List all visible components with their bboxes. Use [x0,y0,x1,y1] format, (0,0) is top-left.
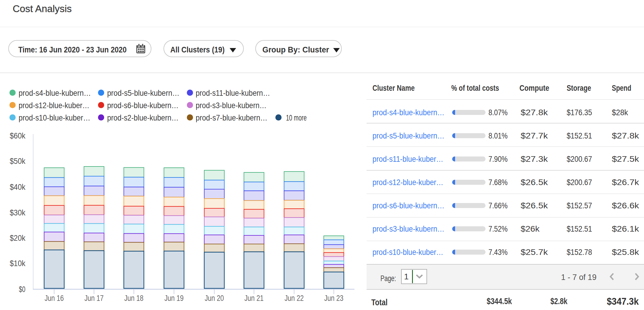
svg-text:$50k: $50k [10,156,26,166]
svg-text:Jun 23: Jun 23 [324,293,344,303]
svg-text:Jun 17: Jun 17 [84,293,104,303]
svg-text:Jun 18: Jun 18 [124,293,143,303]
svg-text:$60k: $60k [10,131,26,140]
svg-text:$0: $0 [19,285,25,294]
svg-text:Jun 16: Jun 16 [45,293,64,303]
svg-text:Jun 20: Jun 20 [205,293,224,303]
svg-text:$20k: $20k [10,233,26,243]
svg-text:$40k: $40k [10,182,26,192]
svg-text:$30k: $30k [10,208,26,217]
svg-text:Jun 22: Jun 22 [285,293,304,303]
svg-text:$10k: $10k [10,259,26,268]
svg-text:Jun 19: Jun 19 [164,293,184,303]
svg-text:Jun 21: Jun 21 [244,293,264,303]
